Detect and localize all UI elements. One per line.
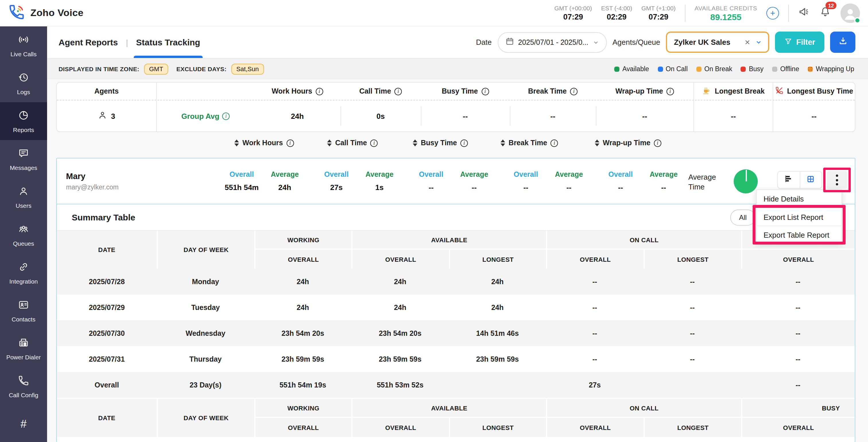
group-table-header: Agents Work Hoursi Call Timei Busy Timei… [57, 83, 855, 100]
main-content: Agent Reports | Status Tracking Date [47, 26, 868, 442]
on-call-longest-cell [644, 372, 741, 398]
report-toolbar: Agent Reports | Status Tracking Date [47, 26, 868, 59]
sort-wrapup-time[interactable]: Wrap-up Timei [595, 139, 661, 147]
user-avatar[interactable] [840, 3, 860, 23]
busy-overall-cell: -- [741, 372, 855, 398]
date-range-picker[interactable]: 2025/07/01 - 2025/0... [497, 32, 607, 53]
tab-status-tracking[interactable]: Status Tracking [136, 26, 200, 58]
summary-filter-all[interactable]: All [730, 210, 755, 226]
available-overall-cell: 23h 54m 20s [351, 320, 449, 346]
agents-queue-value: Zylker UK Sales [674, 38, 740, 46]
menu-item-export-list-report[interactable]: Export List Report [756, 208, 842, 226]
chevron-down-icon[interactable] [755, 38, 763, 46]
agents-count-cell: 3 [57, 100, 157, 131]
day-of-week-column-header: DAY OF WEEK [157, 399, 254, 437]
on-call-longest-cell: -- [644, 294, 741, 320]
dialer-icon [18, 337, 29, 350]
busy-overall-subheader: OVERALL [741, 418, 855, 437]
sidebar-item-contacts[interactable]: Contacts [0, 292, 47, 329]
announcements-button[interactable] [798, 6, 810, 20]
report-info-bar: DISPLAYED IN TIME ZONE: GMT EXCLUDE DAYS… [47, 59, 868, 79]
sort-work-hours[interactable]: Work Hoursi [234, 139, 293, 147]
sort-busy-time[interactable]: Busy Timei [413, 139, 468, 147]
available-overall-subheader: OVERALL [351, 418, 449, 437]
available-group-header: AVAILABLE [351, 231, 546, 250]
menu-item-hide-details[interactable]: Hide Details [756, 190, 842, 208]
on-call-overall-subheader: OVERALL [546, 418, 644, 437]
working-overall-cell: 24h [254, 294, 351, 320]
date-cell: 2025/07/28 [57, 269, 157, 294]
on-call-group-header: ON CALL [546, 231, 741, 250]
summary-table-header-2: DATE DAY OF WEEK WORKING AVAILABLE ON CA… [57, 399, 855, 437]
date-cell: 2025/07/30 [57, 320, 157, 346]
sidebar-item-live-calls[interactable]: Live Calls [0, 26, 47, 64]
date-cell: Overall [57, 372, 157, 398]
chart-view-button[interactable] [778, 171, 799, 188]
top-header: Zoho Voice GMT (+00:00) 07:29 EST (-4:00… [0, 0, 868, 26]
agent-row: Mary mary@zylker.com Overall551h 54m Ave… [57, 158, 855, 204]
sidebar-item-power-dialer[interactable]: Power Dialer [0, 329, 47, 367]
on-call-longest-cell: -- [644, 269, 741, 294]
available-longest-cell: 14h 51m 46s [449, 320, 546, 346]
table-view-button[interactable] [799, 171, 822, 188]
sidebar-item-messages[interactable]: Messages [0, 140, 47, 178]
available-longest-subheader: LONGEST [449, 418, 546, 437]
sidebar-item-numbers[interactable]: # [0, 405, 47, 442]
agent-detail-card: Mary mary@zylker.com Overall551h 54m Ave… [56, 158, 856, 442]
agents-queue-select[interactable]: Zylker UK Sales ✕ [666, 32, 769, 53]
info-icon: i [482, 88, 489, 95]
sort-call-time[interactable]: Call Timei [327, 139, 378, 147]
sidebar-item-integration[interactable]: Integration [0, 254, 47, 292]
app-title: Zoho Voice [30, 7, 84, 19]
download-icon [838, 36, 848, 48]
wrapping-up-swatch [808, 66, 813, 71]
sort-icon [234, 139, 239, 147]
broadcast-icon [17, 34, 30, 48]
sidebar-item-queues[interactable]: Queues [0, 216, 47, 254]
agents-column-header: Agents [57, 83, 157, 100]
available-longest-cell [449, 372, 546, 398]
summary-row: 2025/07/28 Monday 24h 24h 24h -- -- -- [57, 269, 855, 294]
available-credits: AVAILABLE CREDITS 89.1255 [694, 4, 757, 22]
working-overall-subheader: OVERALL [254, 250, 351, 269]
legend-available: Available [614, 65, 649, 72]
divider [685, 4, 685, 22]
sidebar-item-reports[interactable]: Reports [0, 102, 47, 140]
zoho-voice-logo-icon [8, 3, 25, 23]
add-credits-button[interactable]: + [766, 7, 779, 19]
call-time-column-header: Call Timei [340, 83, 421, 100]
kebab-menu-icon [836, 175, 838, 185]
sort-icon [501, 139, 505, 147]
tab-agent-reports[interactable]: Agent Reports [59, 26, 118, 58]
download-button[interactable] [830, 32, 856, 53]
info-icon: i [666, 88, 674, 95]
clear-icon[interactable]: ✕ [745, 38, 750, 46]
menu-item-export-table-report[interactable]: Export Table Report [756, 226, 842, 243]
sidebar-item-users[interactable]: Users [0, 178, 47, 216]
busy-overall-cell: -- [741, 346, 855, 372]
coffee-icon [702, 86, 711, 97]
notifications-button[interactable]: 12 [819, 6, 831, 20]
info-icon: i [316, 88, 323, 95]
filter-button[interactable]: Filter [775, 32, 825, 53]
phone-slash-icon [775, 86, 784, 96]
sort-row: Work Hoursi Call Timei Busy Timei Break … [47, 132, 868, 154]
sidebar-item-call-config[interactable]: Call Config [0, 367, 47, 405]
hash-icon: # [20, 418, 26, 431]
sort-break-time[interactable]: Break Timei [501, 139, 558, 147]
view-toggle-group [777, 171, 822, 189]
summary-table-title: Summary Table [57, 212, 135, 222]
busy-overall-cell: -- [741, 294, 855, 320]
busy-swatch [741, 66, 746, 71]
legend-wrapping-up: Wrapping Up [808, 65, 854, 72]
sidebar-item-logs[interactable]: Logs [0, 64, 47, 102]
legend-on-call: On Call [658, 65, 688, 72]
longest-break-value: -- [693, 100, 773, 131]
working-overall-cell: 24h [254, 269, 351, 294]
legend-on-break: On Break [696, 65, 732, 72]
available-group-header: AVAILABLE [351, 399, 546, 418]
call-time-value: 0s [340, 100, 421, 131]
more-options-button[interactable] [827, 171, 847, 189]
on-call-overall-cell: 27s [546, 372, 644, 398]
working-overall-cell: 23h 59m 59s [254, 346, 351, 372]
